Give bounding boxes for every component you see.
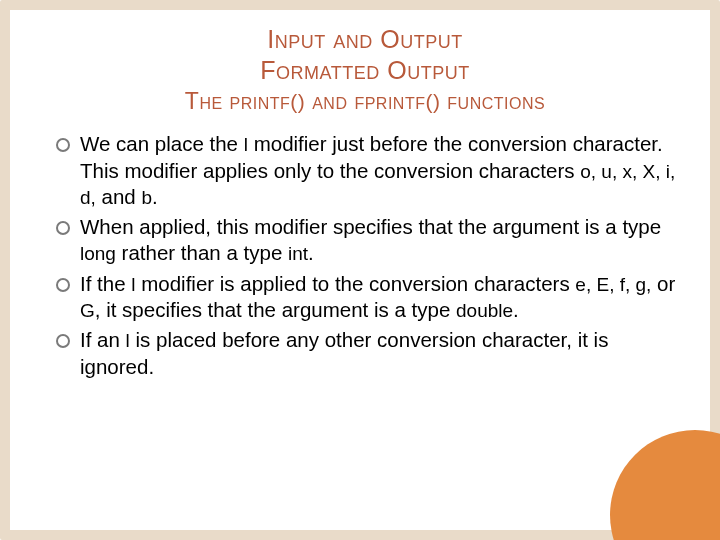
text: and — [96, 185, 142, 208]
code: b — [141, 187, 152, 208]
list-item: We can place the l modifier just before … — [56, 131, 680, 210]
title3-parens-2: () — [425, 90, 440, 113]
title3-mid: and — [305, 88, 354, 114]
text: We can place the — [80, 132, 244, 155]
text: or — [651, 272, 675, 295]
decorative-circle-icon — [610, 430, 720, 540]
text: , it specifies that the argument is a ty… — [95, 298, 456, 321]
list-item: If the l modifier is applied to the conv… — [56, 271, 680, 324]
text: rather than a type — [116, 241, 288, 264]
text: . — [513, 298, 519, 321]
slide-title-block: Input and Output Formatted Output The pr… — [50, 24, 680, 115]
title3-fn1: printf — [230, 88, 291, 114]
list-item: When applied, this modifier specifies th… — [56, 214, 680, 267]
list-item: If an l is placed before any other conve… — [56, 327, 680, 380]
slide-frame: Input and Output Formatted Output The pr… — [0, 0, 720, 540]
bullet-list: We can place the l modifier just before … — [50, 131, 680, 380]
text: modifier is applied to the conversion ch… — [136, 272, 576, 295]
text: . — [308, 241, 314, 264]
title-line-3: The printf() and fprintf() functions — [50, 87, 680, 116]
text: is placed before any other conversion ch… — [80, 328, 608, 377]
title-line-2: Formatted Output — [50, 55, 680, 86]
code: double — [456, 300, 513, 321]
title3-post: functions — [440, 88, 545, 114]
code: int — [288, 243, 308, 264]
code: long — [80, 243, 116, 264]
title3-pre: The — [185, 88, 230, 114]
code: G — [80, 300, 95, 321]
title3-fn2: fprintf — [354, 88, 425, 114]
text: When applied, this modifier specifies th… — [80, 215, 661, 238]
text: If the — [80, 272, 131, 295]
title-line-1: Input and Output — [50, 24, 680, 55]
title3-parens-1: () — [290, 90, 305, 113]
text: . — [152, 185, 158, 208]
text: If an — [80, 328, 126, 351]
code: e, E, f, g, — [575, 274, 651, 295]
